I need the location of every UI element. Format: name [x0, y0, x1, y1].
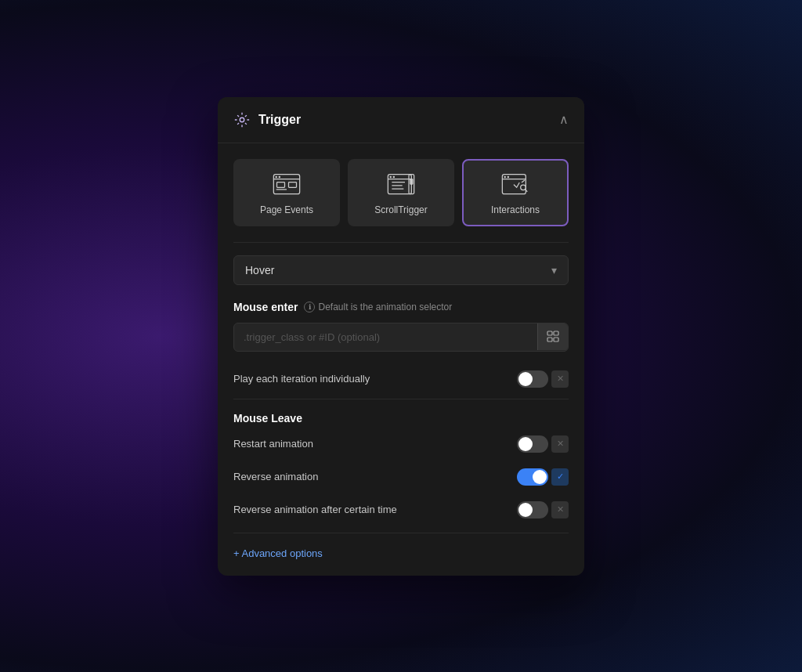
restart-animation-x[interactable]: ✕ [551, 435, 569, 453]
info-icon: ℹ [304, 302, 315, 313]
reverse-animation-time-row: Reverse animation after certain time ✕ [233, 493, 569, 526]
reverse-animation-time-toggle[interactable] [517, 501, 548, 518]
hint-text: Default is the animation selector [318, 302, 452, 313]
trigger-input-row [233, 323, 569, 352]
interactions-label: Interactions [491, 204, 540, 215]
collapse-button[interactable]: ∧ [559, 112, 569, 127]
svg-rect-4 [289, 182, 297, 187]
svg-point-10 [389, 175, 392, 178]
svg-point-7 [279, 175, 281, 178]
mouse-leave-section: Mouse Leave Restart animation ✕ Reverse … [233, 412, 569, 526]
restart-animation-row: Restart animation ✕ [233, 428, 569, 461]
toggle-knob [518, 372, 533, 386]
scroll-trigger-icon [385, 173, 417, 197]
interactions-icon [500, 173, 531, 197]
play-iteration-toggle[interactable] [517, 370, 548, 388]
svg-rect-1 [273, 174, 299, 193]
panel-body: Page Events ScrollTrigger [218, 143, 584, 576]
reverse-animation-controls: ✓ [517, 468, 569, 486]
svg-rect-25 [554, 338, 558, 341]
page-events-icon [271, 173, 302, 197]
selector-icon-button[interactable] [537, 323, 568, 350]
mouse-enter-header: Mouse enter ℹ Default is the animation s… [233, 301, 569, 313]
play-iteration-controls: ✕ [517, 370, 569, 388]
hover-value: Hover [245, 264, 274, 276]
header-left: Trigger [233, 111, 301, 128]
advanced-options-section: + Advanced options [233, 533, 569, 560]
mouse-leave-title: Mouse Leave [233, 412, 569, 425]
panel-title: Trigger [258, 113, 301, 127]
toggle-knob [518, 437, 533, 451]
svg-point-0 [240, 117, 244, 122]
trigger-type-page-events[interactable]: Page Events [233, 159, 340, 226]
restart-animation-controls: ✕ [517, 435, 569, 453]
divider-2 [233, 399, 569, 399]
trigger-panel: Trigger ∧ Page Events [218, 97, 584, 576]
panel-header: Trigger ∧ [218, 97, 584, 143]
svg-rect-23 [554, 331, 558, 335]
trigger-type-interactions[interactable]: Interactions [462, 159, 569, 226]
trigger-type-scrolltrigger[interactable]: ScrollTrigger [348, 159, 454, 226]
reverse-animation-toggle[interactable] [517, 468, 548, 486]
reverse-animation-label: Reverse animation [233, 471, 318, 482]
trigger-class-input[interactable] [234, 323, 537, 351]
play-iteration-x[interactable]: ✕ [551, 370, 569, 388]
svg-point-11 [393, 175, 396, 178]
selector-icon [546, 330, 560, 344]
restart-animation-label: Restart animation [233, 438, 313, 450]
reverse-animation-row: Reverse animation ✓ [233, 461, 569, 493]
svg-rect-24 [547, 338, 552, 341]
divider-1 [233, 242, 569, 243]
dropdown-arrow-icon: ▾ [551, 264, 557, 276]
svg-point-20 [508, 175, 510, 178]
toggle-knob [533, 470, 547, 484]
restart-animation-toggle[interactable] [517, 435, 548, 453]
page-events-label: Page Events [260, 204, 313, 215]
svg-rect-22 [547, 331, 552, 335]
svg-point-6 [275, 175, 277, 178]
svg-rect-13 [410, 178, 413, 184]
advanced-options-link[interactable]: + Advanced options [233, 547, 323, 559]
trigger-type-group: Page Events ScrollTrigger [233, 159, 569, 226]
scrolltrigger-label: ScrollTrigger [374, 204, 428, 215]
reverse-animation-time-controls: ✕ [517, 501, 569, 518]
mouse-enter-title: Mouse enter [233, 301, 298, 313]
hover-dropdown[interactable]: Hover ▾ [233, 255, 569, 285]
play-iteration-row: Play each iteration individually ✕ [233, 363, 569, 396]
toggle-knob [518, 503, 533, 517]
svg-point-19 [504, 175, 506, 178]
mouse-enter-hint: ℹ Default is the animation selector [304, 302, 452, 313]
reverse-animation-time-x[interactable]: ✕ [551, 501, 569, 518]
play-iteration-label: Play each iteration individually [233, 373, 370, 385]
svg-rect-3 [277, 182, 285, 187]
trigger-header-icon [233, 111, 251, 128]
reverse-animation-time-label: Reverse animation after certain time [233, 504, 397, 515]
reverse-animation-x[interactable]: ✓ [551, 468, 569, 486]
mouse-enter-section: Mouse enter ℹ Default is the animation s… [233, 301, 569, 396]
